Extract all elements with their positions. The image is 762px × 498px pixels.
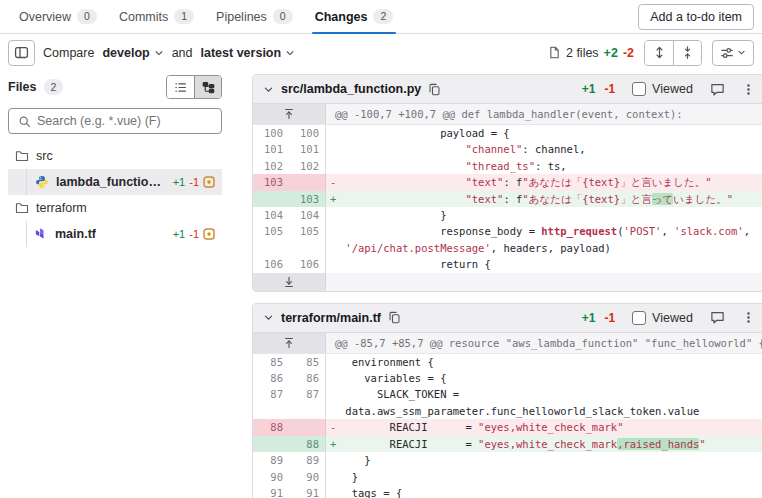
tree-folder-src[interactable]: src [8, 143, 222, 169]
code-content: - REACJI = "eyes,white_check_mark" [326, 419, 762, 435]
source-branch-dropdown[interactable]: develop [102, 46, 163, 60]
file-additions: +1 [173, 228, 186, 240]
line-number-gutter[interactable]: 104104 [253, 207, 326, 223]
code-content: response_body = http_request('POST', 'sl… [326, 223, 762, 239]
old-line-number: 86 [253, 370, 289, 386]
old-line-number: 103 [253, 174, 289, 190]
copy-file-path-button[interactable] [428, 83, 441, 96]
tab-changes[interactable]: Changes2 [304, 0, 405, 33]
code-content: variables = { [326, 370, 762, 386]
add-todo-button[interactable]: Add a to-do item [638, 4, 754, 30]
viewed-checkbox[interactable] [632, 311, 646, 325]
diff-line-90[interactable]: 9090 } [253, 469, 762, 485]
diff-file-path[interactable]: terraform/main.tf [281, 311, 381, 325]
line-number-gutter[interactable]: 9191 [253, 485, 326, 498]
diff-file-path[interactable]: src/lambda_function.py [281, 82, 421, 96]
diff-options-dropdown[interactable] [712, 40, 754, 66]
diff-panel-terraform/main.tf: terraform/main.tf+1-1Viewed@@ -85,7 +85,… [252, 303, 762, 498]
copy-file-path-button[interactable] [388, 311, 401, 324]
old-line-number: 85 [253, 354, 289, 370]
diff-line-104[interactable]: 104104 } [253, 207, 762, 223]
old-line-number: 100 [253, 125, 289, 141]
line-number-gutter[interactable]: 103 [253, 174, 326, 190]
line-number-gutter[interactable] [253, 240, 326, 256]
list-view-button[interactable] [167, 76, 194, 98]
compare-label: Compare [43, 46, 94, 60]
diff-line-wrap[interactable]: data.aws_ssm_parameter.func_helloworld_s… [253, 403, 762, 419]
diff-sign [326, 469, 339, 485]
line-number-gutter[interactable]: 101101 [253, 141, 326, 157]
old-line-number [253, 191, 289, 207]
diff-line-91[interactable]: 9191 tags = { [253, 485, 762, 498]
collapse-all-icon [681, 46, 694, 59]
line-number-gutter[interactable]: 8585 [253, 354, 326, 370]
viewed-checkbox[interactable] [632, 82, 646, 96]
file-comment-button[interactable] [710, 310, 725, 325]
file-options-kebab-button[interactable] [742, 311, 755, 324]
old-line-number: 90 [253, 469, 289, 485]
line-number-gutter[interactable]: 102102 [253, 158, 326, 174]
viewed-toggle[interactable]: Viewed [632, 82, 693, 96]
line-number-gutter[interactable]: 105105 [253, 223, 326, 239]
line-number-gutter[interactable]: 100100 [253, 125, 326, 141]
diff-line-105[interactable]: 105105 response_body = http_request('POS… [253, 223, 762, 239]
tree-file-lambda_function.py[interactable]: lambda_function.py+1-1 [8, 169, 222, 195]
line-number-gutter[interactable]: 8989 [253, 452, 326, 468]
diff-line-103[interactable]: 103+ "text": f"あなたは「{text}」と言っていました。" [253, 191, 762, 207]
code-text: environment { [339, 354, 434, 370]
tree-file-main.tf[interactable]: main.tf+1-1 [8, 221, 222, 247]
file-comment-button[interactable] [710, 82, 725, 97]
file-options-kebab-button[interactable] [742, 83, 755, 96]
toggle-file-browser-button[interactable] [8, 40, 35, 66]
code-content: } [326, 469, 762, 485]
tab-count-badge: 1 [174, 9, 194, 25]
old-line-number: 104 [253, 207, 289, 223]
diff-line-103[interactable]: 103- "text": f"あなたは「{text}」と言いました。" [253, 174, 762, 190]
viewed-toggle[interactable]: Viewed [632, 311, 693, 325]
file-search [8, 108, 222, 134]
copy-icon [428, 83, 441, 96]
expand-lines-up-button[interactable] [253, 333, 326, 353]
line-number-gutter[interactable]: 9090 [253, 469, 326, 485]
diff-line-106[interactable]: 106106 return { [253, 256, 762, 272]
tab-pipelines[interactable]: Pipelines0 [205, 0, 304, 33]
expand-lines-up-button[interactable] [253, 104, 326, 124]
line-number-gutter[interactable]: 103 [253, 191, 326, 207]
diff-line-86[interactable]: 8686 variables = { [253, 370, 762, 386]
line-number-gutter[interactable]: 88 [253, 419, 326, 435]
new-line-number: 86 [289, 370, 325, 386]
total-deletions: -2 [623, 46, 634, 60]
line-number-gutter[interactable] [253, 403, 326, 419]
diff-line-102[interactable]: 102102 "thread_ts": ts, [253, 158, 762, 174]
tab-commits[interactable]: Commits1 [108, 0, 205, 33]
old-line-number [253, 403, 289, 419]
code-text: } [339, 452, 371, 468]
diff-line-100[interactable]: 100100 payload = { [253, 125, 762, 141]
collapse-file-button[interactable] [263, 312, 274, 323]
code-content: "thread_ts": ts, [326, 158, 762, 174]
diff-line-85[interactable]: 8585 environment { [253, 354, 762, 370]
collapse-all-files-button[interactable] [673, 41, 701, 65]
line-number-gutter[interactable]: 88 [253, 436, 326, 452]
expand-all-files-button[interactable] [645, 41, 673, 65]
line-number-gutter[interactable]: 106106 [253, 256, 326, 272]
line-number-gutter[interactable]: 8686 [253, 370, 326, 386]
file-search-input[interactable] [37, 114, 212, 128]
tree-folder-terraform[interactable]: terraform [8, 195, 222, 221]
line-number-gutter[interactable]: 8787 [253, 386, 326, 402]
tab-overview[interactable]: Overview0 [8, 0, 108, 33]
diff-line-101[interactable]: 101101 "channel": channel, [253, 141, 762, 157]
diff-line-88[interactable]: 88+ REACJI = "eyes,white_check_mark,rais… [253, 436, 762, 452]
expand-lines-down-button[interactable] [253, 273, 326, 291]
collapse-file-button[interactable] [263, 84, 274, 95]
diff-line-88[interactable]: 88- REACJI = "eyes,white_check_mark" [253, 419, 762, 435]
modified-file-icon [203, 176, 215, 188]
diff-line-wrap[interactable]: '/api/chat.postMessage', headers, payloa… [253, 240, 762, 256]
new-line-number: 105 [289, 223, 325, 239]
diff-line-87[interactable]: 8787 SLACK_TOKEN = [253, 386, 762, 402]
diff-line-89[interactable]: 8989 } [253, 452, 762, 468]
chevron-down-icon [154, 48, 164, 58]
diff-panel-src/lambda_function.py: src/lambda_function.py+1-1Viewed@@ -100,… [252, 74, 762, 292]
target-version-dropdown[interactable]: latest version [201, 46, 296, 60]
tree-view-button[interactable] [194, 76, 221, 98]
